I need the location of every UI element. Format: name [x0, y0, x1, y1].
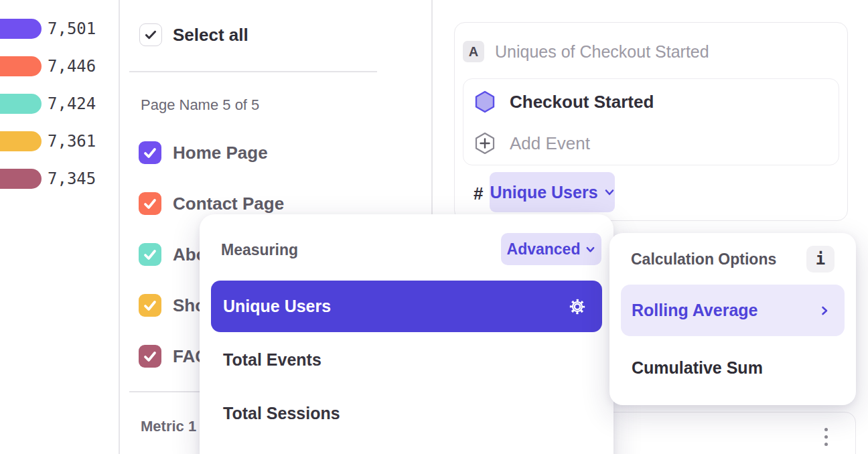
- series-value: 7,345: [48, 169, 96, 189]
- info-icon: i: [816, 250, 825, 269]
- measure-dropdown[interactable]: Unique Users: [490, 172, 615, 212]
- series-value: 7,446: [48, 56, 96, 76]
- check-icon: [140, 23, 161, 46]
- check-icon: [139, 294, 161, 317]
- event-card: Checkout Started Add Event: [463, 78, 839, 165]
- advanced-label: Advanced: [507, 240, 581, 258]
- check-icon: [139, 141, 161, 164]
- chevron-right-icon: [819, 305, 830, 316]
- filter-row-contact-page[interactable]: Contact Page: [139, 192, 284, 215]
- series-bar-orange[interactable]: [0, 56, 42, 76]
- checkbox-checked[interactable]: [139, 294, 161, 317]
- select-all-checkbox[interactable]: [139, 23, 162, 46]
- chart-legend: 7,501 7,446 7,424 7,361 7,345: [0, 19, 96, 189]
- menu-item-unique-users[interactable]: Unique Users: [211, 281, 602, 332]
- chevron-down-icon: [585, 244, 595, 254]
- measure-value: Unique Users: [490, 183, 597, 202]
- row-badge: A: [463, 41, 484, 62]
- measure-prefix: #: [474, 182, 483, 205]
- menu-item-total-sessions[interactable]: Total Sessions: [223, 386, 340, 440]
- series-bar-yellow[interactable]: [0, 131, 42, 151]
- menu-item-label: Unique Users: [223, 297, 567, 316]
- checkbox-checked[interactable]: [139, 345, 161, 368]
- event-row[interactable]: Checkout Started: [474, 90, 654, 113]
- measuring-menu: Measuring Advanced Unique Users Total Ev…: [200, 214, 613, 454]
- select-all-label: Select all: [173, 25, 248, 46]
- add-event-label: Add Event: [510, 133, 590, 154]
- series-value: 7,501: [48, 19, 96, 39]
- series-value: 7,361: [48, 131, 96, 151]
- legend-row: 7,361: [0, 131, 96, 151]
- series-bar-purple[interactable]: [0, 19, 42, 39]
- series-value: 7,424: [48, 94, 96, 114]
- query-title-input[interactable]: Uniques of Checkout Started: [495, 41, 709, 62]
- advanced-mode-dropdown[interactable]: Advanced: [501, 233, 601, 265]
- checkbox-checked[interactable]: [139, 141, 161, 164]
- menu-item-rolling-average[interactable]: Rolling Average: [621, 285, 845, 336]
- filter-row-home-page[interactable]: Home Page: [139, 141, 284, 164]
- legend-row: 7,446: [0, 56, 96, 76]
- info-button[interactable]: i: [806, 246, 835, 273]
- calculation-options-menu: Calculation Options i Rolling Average Cu…: [609, 233, 856, 405]
- event-name: Checkout Started: [510, 92, 654, 112]
- check-icon: [139, 243, 161, 266]
- menu-item-total-events[interactable]: Total Events: [223, 333, 321, 386]
- chevron-down-icon: [604, 187, 615, 198]
- add-event-row[interactable]: Add Event: [474, 132, 590, 155]
- metric-label: Metric 1: [141, 418, 196, 435]
- check-icon: [139, 345, 161, 368]
- check-icon: [139, 192, 161, 215]
- select-all-row[interactable]: Select all: [139, 23, 248, 46]
- filter-label: Home Page: [173, 143, 268, 163]
- series-bar-teal[interactable]: [0, 94, 42, 114]
- measuring-title: Measuring: [221, 241, 298, 258]
- calculation-options-title: Calculation Options: [631, 250, 776, 268]
- group-label: Page Name 5 of 5: [141, 96, 259, 114]
- add-event-hexagon-icon: [474, 132, 496, 155]
- query-card: A Uniques of Checkout Started Checkout S…: [454, 22, 848, 221]
- checkbox-checked[interactable]: [139, 192, 161, 215]
- menu-item-cumulative-sum[interactable]: Cumulative Sum: [632, 342, 763, 393]
- filter-label: Contact Page: [173, 194, 284, 214]
- menu-item-label: Rolling Average: [632, 301, 819, 320]
- event-hexagon-icon: [474, 90, 496, 113]
- analytics-app: 7,501 7,446 7,424 7,361 7,345 Select all…: [0, 0, 868, 454]
- divider-legend-panel: [119, 0, 120, 454]
- legend-row: 7,424: [0, 94, 96, 114]
- divider-horizontal: [129, 71, 377, 72]
- gear-icon[interactable]: [567, 297, 587, 317]
- legend-row: 7,345: [0, 169, 96, 189]
- kebab-menu-icon[interactable]: [824, 428, 828, 446]
- legend-row: 7,501: [0, 19, 96, 39]
- series-bar-maroon[interactable]: [0, 169, 42, 189]
- checkbox-checked[interactable]: [139, 243, 161, 266]
